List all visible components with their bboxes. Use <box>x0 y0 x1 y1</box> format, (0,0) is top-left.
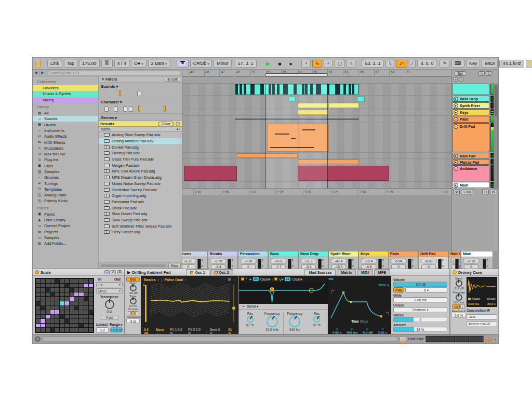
scale-grid-cell[interactable] <box>74 288 78 292</box>
amount-value[interactable]: 38 % <box>393 327 447 332</box>
clear-filters-button[interactable]: Clear <box>158 122 174 126</box>
scale-grid-cell[interactable] <box>55 288 59 292</box>
scale-grid-cell[interactable] <box>70 315 74 319</box>
scale-grid-cell[interactable] <box>79 292 83 297</box>
channel-name[interactable]: Rain P <box>449 251 460 257</box>
device-fold-icon[interactable]: ▶ <box>127 270 130 275</box>
arrangement-clip[interactable] <box>298 159 359 164</box>
scale-grid-cell[interactable] <box>65 284 69 288</box>
scale-grid-cell[interactable] <box>65 310 69 314</box>
scale-grid-cell[interactable] <box>79 284 83 288</box>
track-header[interactable]: ▶ Keys <box>452 109 489 115</box>
scale-grid-cell[interactable] <box>89 315 93 319</box>
scale-grid-cell[interactable] <box>84 319 88 323</box>
device-on-toggle[interactable] <box>35 270 39 274</box>
attack-marker-icon[interactable] <box>468 298 471 300</box>
arrangement-clip[interactable] <box>289 96 296 101</box>
scale-grid-cell[interactable] <box>70 306 74 310</box>
octave-button[interactable] <box>128 311 131 315</box>
attack-value[interactable]: 0.00 ms <box>468 302 482 305</box>
scale-grid-cell[interactable] <box>84 288 88 292</box>
scale-grid-cell[interactable] <box>60 279 64 283</box>
filter2-circuit-menu[interactable]: Clean▾ <box>292 277 302 281</box>
result-item[interactable]: Tizzy Carpet.adg <box>99 229 182 235</box>
scale-grid-cell[interactable] <box>84 284 88 288</box>
channel-name[interactable]: Drift Pad <box>419 251 448 257</box>
scale-grid-cell[interactable] <box>41 292 45 297</box>
send-value[interactable]: -3.1 dB <box>451 287 466 290</box>
scale-grid-cell[interactable] <box>60 306 64 310</box>
scale-grid-cell[interactable] <box>36 319 40 323</box>
scale-grid-cell[interactable] <box>55 319 59 323</box>
session-record-button[interactable]: ▢ <box>335 60 345 68</box>
places-item[interactable]: ⊞ Add Folder... <box>33 241 98 246</box>
adsr-value[interactable]: -6.0 dB <box>360 330 375 334</box>
transpose-value[interactable]: 0 st <box>96 310 123 313</box>
filter-tag[interactable] <box>145 105 148 112</box>
filter1-type-icon[interactable]: ╵╶▾ <box>246 277 251 281</box>
result-item[interactable]: MPE Con Amore Pad.adg <box>99 168 182 175</box>
res1-value[interactable]: 61 % <box>239 323 261 327</box>
osc-on-toggle[interactable] <box>190 271 193 274</box>
places-item[interactable]: ▭ Samples <box>33 235 98 241</box>
peak-level-display[interactable]: -10.8 <box>270 259 287 263</box>
track-header[interactable]: ◎ Pads <box>452 116 489 123</box>
scale-grid-cell[interactable] <box>74 297 78 301</box>
edit-filters-button[interactable]: ⊞ Edit <box>165 77 180 82</box>
width-zoom-button[interactable]: W <box>490 190 497 194</box>
time-toggle[interactable]: Time <box>351 320 359 323</box>
filter1-slope[interactable]: 24 <box>253 277 259 281</box>
filter-tag[interactable] <box>167 105 169 112</box>
poly-voices-menu[interactable]: 6 ▾ <box>405 287 447 292</box>
scale-grid-cell[interactable] <box>70 297 74 301</box>
scale-grid-cell[interactable] <box>65 301 69 305</box>
scale-grid-cell[interactable] <box>55 284 59 288</box>
record-button[interactable]: ● <box>286 59 295 68</box>
scale-grid-cell[interactable] <box>41 315 45 319</box>
channel-name[interactable]: Keys <box>359 251 388 257</box>
result-item[interactable]: Muted Noise Sweep Pad.adv <box>99 181 182 187</box>
ir-file-select[interactable]: Berliner Hall LR <box>467 321 497 326</box>
filter-tag[interactable] <box>108 90 110 96</box>
circle-view-icon[interactable]: ○ <box>233 278 235 282</box>
scale-grid-cell[interactable] <box>36 284 40 288</box>
scale-grid-cell[interactable] <box>50 315 55 319</box>
filter-tag[interactable] <box>137 91 141 96</box>
send-knob[interactable] <box>456 280 462 287</box>
library-item[interactable]: ♫ Sounds <box>33 116 98 122</box>
browser-horizontal-scrollbar[interactable] <box>101 264 166 267</box>
browser-back-button[interactable]: ◀ <box>33 71 39 75</box>
scale-grid-cell[interactable] <box>36 301 40 305</box>
track-lane[interactable] <box>182 116 451 123</box>
scale-grid-cell[interactable] <box>84 292 88 297</box>
filter-tag[interactable] <box>135 105 137 112</box>
scale-grid-cell[interactable] <box>41 328 45 332</box>
library-item[interactable]: Ⓢ Analog Pads <box>33 192 98 198</box>
filter-tag[interactable] <box>123 107 127 112</box>
library-item[interactable]: ⇄ Audio Effects <box>33 134 98 139</box>
draw-automation-icon[interactable]: ✎ <box>478 71 485 76</box>
library-item[interactable]: ▤ All <box>33 110 98 116</box>
library-item[interactable]: ⊟ Templates <box>33 187 98 192</box>
adsr-value[interactable]: 2.90 s <box>375 330 390 334</box>
metronome-button[interactable] <box>101 60 113 68</box>
scale-grid-cell[interactable] <box>60 319 64 323</box>
scale-grid-cell[interactable] <box>65 306 69 310</box>
scale-grid-cell[interactable] <box>50 306 55 310</box>
scale-grid-cell[interactable] <box>46 315 50 319</box>
loop-marker-button[interactable]: ○ <box>347 60 355 68</box>
transpose-knob[interactable] <box>105 300 114 309</box>
scale-grid-cell[interactable] <box>50 284 55 288</box>
osc-on-toggle[interactable] <box>215 271 218 274</box>
scale-grid-cell[interactable] <box>74 279 78 283</box>
result-item[interactable]: Dunkel Pad.adg <box>99 144 182 150</box>
scale-grid-cell[interactable] <box>36 310 40 314</box>
zoom-level-display[interactable]: 1.00x <box>461 190 473 194</box>
peak-level-display[interactable]: -5.83 <box>420 259 437 263</box>
peak-level-display[interactable]: -5.84 <box>390 259 407 263</box>
wavetable-category-menu[interactable]: Basics ▾ <box>144 278 159 282</box>
filter-routing-menu[interactable]: Serial ▾ <box>247 304 258 309</box>
track-fold-icon[interactable]: ▾ <box>454 166 458 171</box>
scale-grid-cell[interactable] <box>41 301 45 305</box>
scale-grid-cell[interactable] <box>60 288 64 292</box>
